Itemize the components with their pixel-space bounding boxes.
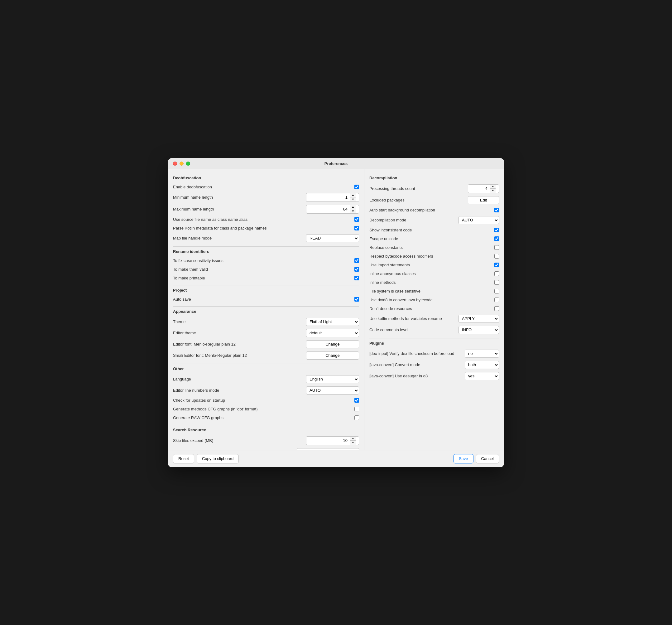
min-name-control: 1 ▲ ▼ [306,193,359,202]
min-name-spinner: ▲ ▼ [350,193,356,202]
minimize-button[interactable] [179,162,184,166]
decode-label: Don't decode resources [369,306,468,311]
kotlin-checkbox[interactable] [354,226,359,230]
filesystem-control [468,289,499,294]
min-name-down[interactable]: ▼ [350,198,356,202]
excluded-row: Excluded packages Edit [369,194,499,206]
raw-cfg-checkbox[interactable] [354,415,359,420]
smali-font-row: Smali Editor font: Menlo-Regular plain 1… [173,350,359,361]
source-file-checkbox[interactable] [354,217,359,222]
min-name-input[interactable]: 1 [306,194,350,201]
save-button[interactable]: Save [454,454,474,463]
dx-row: Use dx/d8 to convert java bytecode [369,296,499,304]
constants-checkbox[interactable] [494,245,499,250]
bytecode-control [468,254,499,258]
editor-font-row: Editor font: Menlo-Regular plain 12 Chan… [173,339,359,350]
max-name-input[interactable]: 64 [306,206,350,212]
skip-files-spinner: ▲ ▼ [350,437,356,445]
cfg-graphs-checkbox[interactable] [354,407,359,411]
map-file-select[interactable]: READ WRITE READWRITE [306,234,359,242]
auto-start-checkbox[interactable] [494,208,499,212]
excluded-button[interactable]: Edit [468,196,499,204]
filesystem-label: File system is case sensitive [369,289,468,294]
skip-files-label: Skip files exceed (MB) [173,438,306,443]
case-sensitivity-row: To fix case sensitivity issues [173,256,359,265]
min-name-up[interactable]: ▲ [350,193,356,198]
java-desugar-row: [java-convert] Use desugar in d8 yes no [369,371,499,382]
appearance-header: Appearance [173,309,359,314]
rename-header: Rename identifiers [173,249,359,254]
filesystem-checkbox[interactable] [494,289,499,294]
raw-cfg-row: Generate RAW CFG graphs [173,414,359,422]
inline-methods-row: Inline methods [369,278,499,287]
java-convert-row: [java-convert] Convert mode both dx d8 [369,359,499,371]
bytecode-row: Respect bytecode access modifiers [369,252,499,261]
kotlin-rename-select[interactable]: APPLY PARSE DISABLE [458,315,499,323]
enable-deobfuscation-label: Enable deobfuscation [173,185,297,189]
make-printable-control [297,276,359,280]
line-numbers-row: Editor line numbers mode AUTO ON OFF [173,385,359,396]
decode-control [468,306,499,311]
inline-anon-checkbox[interactable] [494,271,499,276]
decompile-mode-select[interactable]: AUTO FULL BACKGROUND [458,216,499,224]
imports-checkbox[interactable] [494,262,499,267]
max-name-up[interactable]: ▲ [350,205,356,209]
java-convert-select[interactable]: both dx d8 [465,361,499,369]
theme-select[interactable]: FlatLaf Light FlatLaf Dark System [306,318,359,326]
copy-to-clipboard-button[interactable]: Copy to clipboard [197,454,239,463]
make-printable-checkbox[interactable] [354,276,359,280]
autosave-checkbox[interactable] [354,297,359,302]
make-valid-checkbox[interactable] [354,267,359,272]
language-select[interactable]: English Chinese Russian German [306,375,359,383]
case-sensitivity-label: To fix case sensitivity issues [173,258,297,263]
map-file-label: Map file handle mode [173,236,306,240]
traffic-lights [173,162,190,166]
editor-theme-select[interactable]: default dark monokai [306,329,359,337]
dex-verify-select[interactable]: no yes [465,350,499,358]
inconsistent-checkbox[interactable] [494,228,499,232]
extensions-input[interactable]: .xml|.html|.js|.json|.txt [297,448,359,450]
cfg-graphs-row: Generate methods CFG graphs (in 'dot' fo… [173,405,359,414]
inline-methods-checkbox[interactable] [494,280,499,285]
footer-right-buttons: Save Cancel [454,454,499,463]
reset-button[interactable]: Reset [173,454,194,463]
check-updates-checkbox[interactable] [354,398,359,403]
max-name-control: 64 ▲ ▼ [306,205,359,214]
skip-files-control: ▲ ▼ [306,436,359,445]
maximize-button[interactable] [186,162,190,166]
unicode-checkbox[interactable] [494,236,499,241]
enable-deobfuscation-control [297,185,359,189]
java-desugar-select[interactable]: yes no [465,372,499,380]
cancel-button[interactable]: Cancel [476,454,499,463]
threads-down[interactable]: ▼ [490,189,496,193]
skip-files-up[interactable]: ▲ [350,437,356,441]
line-numbers-select[interactable]: AUTO ON OFF [306,387,359,395]
threads-up[interactable]: ▲ [490,185,496,189]
dex-verify-row: [dex-input] Verify dex file checksum bef… [369,348,499,359]
max-name-row: Maximum name length 64 ▲ ▼ [173,203,359,215]
check-updates-label: Check for updates on startup [173,398,297,403]
threads-control: ▲ ▼ [468,184,499,193]
smali-font-button[interactable]: Change [306,351,359,360]
source-file-label: Use source file name as class name alias [173,217,297,222]
skip-files-input[interactable] [306,437,350,444]
inconsistent-label: Show inconsistent code [369,228,468,232]
max-name-label: Maximum name length [173,207,306,211]
comments-select[interactable]: INFO DEBUG ERROR NONE [458,326,499,334]
check-updates-control [297,398,359,403]
max-name-down[interactable]: ▼ [350,209,356,213]
left-panel: Deobfuscation Enable deobfuscation Minim… [168,169,364,450]
editor-font-button[interactable]: Change [306,340,359,348]
enable-deobfuscation-checkbox[interactable] [354,185,359,189]
close-button[interactable] [173,162,177,166]
unicode-row: Escape unicode [369,234,499,243]
threads-input[interactable] [468,185,490,192]
decode-checkbox[interactable] [494,306,499,311]
case-sensitivity-checkbox[interactable] [354,258,359,263]
footer: Reset Copy to clipboard Save Cancel [168,450,504,467]
project-header: Project [173,288,359,293]
skip-files-down[interactable]: ▼ [350,441,356,445]
autosave-row: Auto save [173,295,359,304]
bytecode-checkbox[interactable] [494,254,499,258]
dx-checkbox[interactable] [494,298,499,302]
